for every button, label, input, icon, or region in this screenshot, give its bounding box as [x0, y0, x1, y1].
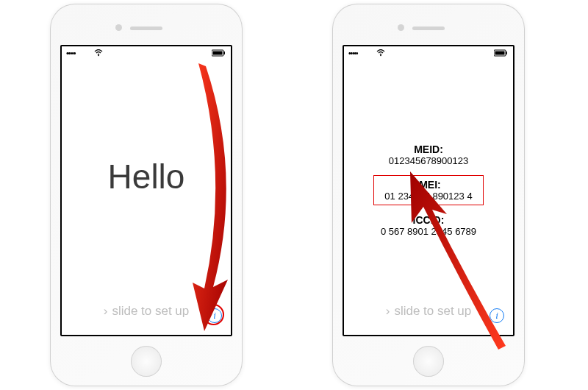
- camera-dot: [398, 24, 404, 31]
- chevron-right-icon: ›: [104, 304, 108, 318]
- lock-screen-left: ••••• Hello ›slide to set up i: [60, 45, 232, 336]
- meid-label: MEID:: [344, 143, 513, 155]
- svg-rect-2: [213, 52, 223, 55]
- home-button[interactable]: [131, 346, 162, 377]
- earpiece-speaker: [412, 26, 445, 30]
- wifi-icon: [376, 49, 385, 58]
- hello-greeting: Hello: [62, 157, 231, 196]
- svg-point-4: [380, 54, 381, 56]
- earpiece-speaker: [130, 26, 162, 30]
- signal-strength-icon: •••••: [348, 49, 358, 57]
- battery-icon: [494, 49, 509, 58]
- svg-rect-3: [224, 52, 226, 54]
- imei-highlight-box: IMEI: 01 234567 890123 4: [373, 175, 483, 205]
- chevron-right-icon: ›: [386, 304, 390, 318]
- info-icon-highlight-circle: [203, 304, 224, 325]
- signal-strength-icon: •••••: [66, 49, 76, 57]
- info-icon[interactable]: i: [490, 308, 504, 323]
- status-bar: •••••: [348, 49, 509, 60]
- meid-row: MEID: 012345678900123: [344, 143, 513, 166]
- iphone-frame-left: ••••• Hello ›slide to set up i: [50, 4, 243, 386]
- svg-point-0: [98, 54, 99, 56]
- meid-value: 012345678900123: [344, 155, 513, 166]
- info-screen-right: ••••• MEID: 012345678900123 IMEI: 01 234…: [343, 45, 514, 336]
- svg-rect-7: [506, 52, 508, 54]
- slide-label: slide to set up: [112, 304, 189, 318]
- svg-rect-6: [495, 52, 505, 55]
- imei-row: IMEI: 01 234567 890123 4: [344, 175, 513, 205]
- status-bar: •••••: [66, 49, 226, 60]
- slide-label: slide to set up: [394, 304, 471, 318]
- imei-label: IMEI:: [384, 179, 472, 191]
- battery-icon: [212, 49, 226, 58]
- iccid-label: ICCID:: [344, 214, 513, 226]
- device-identifiers: MEID: 012345678900123 IMEI: 01 234567 89…: [344, 135, 513, 246]
- imei-value: 01 234567 890123 4: [384, 191, 472, 202]
- camera-dot: [115, 24, 122, 31]
- wifi-icon: [94, 49, 103, 58]
- iccid-value: 0 567 8901 2345 6789: [344, 226, 513, 237]
- slide-to-setup[interactable]: ›slide to set up: [344, 304, 513, 319]
- iphone-frame-right: ••••• MEID: 012345678900123 IMEI: 01 234…: [332, 4, 525, 386]
- iccid-row: ICCID: 0 567 8901 2345 6789: [344, 214, 513, 237]
- home-button[interactable]: [413, 346, 444, 377]
